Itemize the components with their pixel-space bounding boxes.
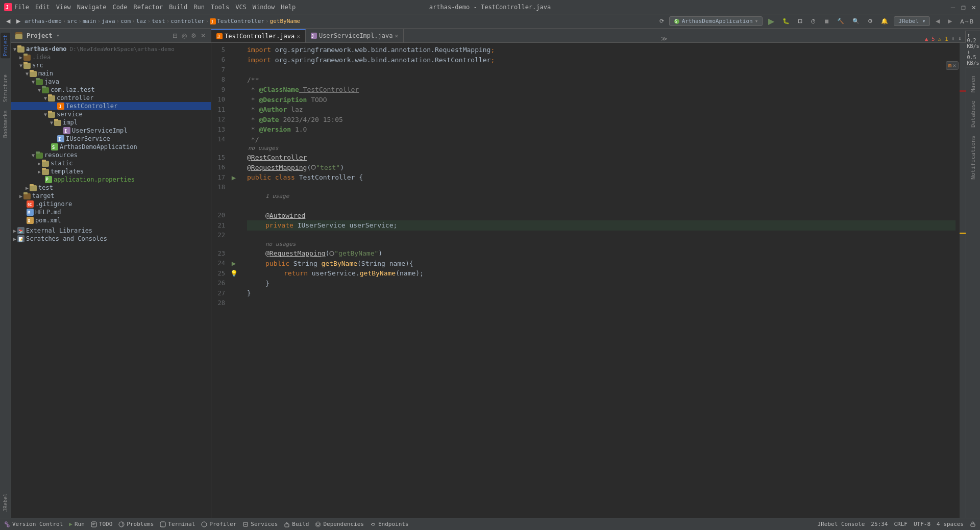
close-button[interactable]: ✕ — [972, 3, 976, 11]
tree-resources[interactable]: ▼ resources — [11, 151, 211, 159]
tree-scratches[interactable]: ▶ 📝 Scratches and Consoles — [11, 235, 211, 243]
problems-status[interactable]: ! Problems — [118, 521, 154, 527]
translate-button[interactable]: A→B — [958, 17, 976, 26]
tree-userserviceimpl[interactable]: I UserServiceImpl — [11, 127, 211, 135]
tree-appproperties[interactable]: P application.properties — [11, 175, 211, 184]
tree-test[interactable]: ▶ test — [11, 184, 211, 192]
tab-close-userserviceimpl[interactable]: ✕ — [395, 33, 398, 39]
jrebel-button[interactable]: JRebel ▾ — [894, 16, 930, 26]
breadcrumb-getbyname[interactable]: getByName — [270, 18, 301, 24]
menu-run[interactable]: Run — [193, 4, 205, 11]
tree-templates[interactable]: ▶ templates — [11, 167, 211, 175]
notifications-button[interactable]: 🔔 — [878, 16, 891, 26]
tree-package[interactable]: ▼ com.laz.test — [11, 86, 211, 94]
breadcrumb-arthas-demo[interactable]: arthas-demo — [24, 18, 62, 24]
warning-count[interactable]: ⚠ 1 — [938, 36, 948, 42]
terminal-status[interactable]: _ Terminal — [160, 521, 195, 527]
tree-root[interactable]: ▼ arthas-demo D:\NewIdeaWorkSpace\arthas… — [11, 45, 211, 53]
breadcrumb-testcontroller[interactable]: TestController — [217, 18, 264, 24]
services-status[interactable]: Services — [242, 521, 278, 527]
settings-button[interactable]: ⚙ — [865, 16, 875, 26]
vcs-status[interactable]: Version Control — [4, 521, 63, 527]
tree-target[interactable]: ▶ target — [11, 192, 211, 200]
menu-file[interactable]: File — [14, 4, 29, 11]
tree-service[interactable]: ▼ service — [11, 110, 211, 118]
tree-java[interactable]: ▼ java — [11, 78, 211, 86]
menu-build[interactable]: Build — [169, 4, 187, 11]
nav-back-button[interactable]: ◀ — [4, 17, 12, 26]
locate-button[interactable]: ◎ — [181, 31, 188, 40]
profile-button[interactable]: ⏱ — [808, 17, 819, 26]
breadcrumb-laz[interactable]: laz — [136, 18, 146, 24]
tree-impl[interactable]: ▼ impl — [11, 118, 211, 127]
tree-static[interactable]: ▶ static — [11, 159, 211, 167]
collapse-all-button[interactable]: ⊟ — [172, 31, 179, 40]
error-count[interactable]: ▲ 5 — [925, 36, 935, 42]
stop-button[interactable]: ◼ — [822, 16, 831, 26]
tree-external-libraries[interactable]: ▶ 📚 External Libraries — [11, 226, 211, 235]
line-ending[interactable]: CRLF — [894, 521, 908, 527]
m-notification[interactable]: m ✕ — [946, 61, 959, 70]
menu-help[interactable]: Help — [281, 4, 296, 11]
jrebel-panel-icon[interactable]: JRebel — [2, 491, 9, 514]
tab-testcontroller[interactable]: J TestController.java ✕ — [211, 29, 306, 42]
tree-gitignore[interactable]: GI .gitignore — [11, 200, 211, 208]
tree-controller[interactable]: ▼ controller — [11, 94, 211, 102]
menu-vcs[interactable]: VCS — [235, 4, 247, 11]
database-panel-label[interactable]: Database — [968, 96, 978, 132]
sidebar-hide-button[interactable]: ✕ — [200, 31, 207, 40]
tree-idea[interactable]: ▶ .idea — [11, 53, 211, 61]
sync-button[interactable]: ⟳ — [657, 17, 666, 26]
bookmarks-panel-icon[interactable]: Bookmarks — [2, 108, 9, 140]
menu-view[interactable]: View — [56, 4, 71, 11]
breadcrumb-main[interactable]: main — [83, 18, 96, 24]
maven-panel-label[interactable]: Maven — [968, 71, 978, 96]
nav-forward-button[interactable]: ▶ — [14, 17, 22, 26]
structure-panel-icon[interactable]: Structure — [2, 72, 9, 104]
tree-helpmd[interactable]: M HELP.md — [11, 208, 211, 216]
indent[interactable]: 4 spaces — [937, 521, 964, 527]
run-gutter-24[interactable]: ▶ — [229, 259, 238, 267]
run-button[interactable]: ▶ — [766, 15, 777, 28]
breadcrumb-test[interactable]: test — [152, 18, 165, 24]
code-area[interactable]: import org.springframework.web.bind.anno… — [243, 43, 960, 518]
build-status[interactable]: Build — [284, 521, 309, 527]
collapse-icon[interactable]: ⬇ — [958, 35, 962, 42]
menu-code[interactable]: Code — [113, 4, 128, 11]
tree-iuserservice[interactable]: I IUserService — [11, 135, 211, 143]
tree-arthasdemoapplication[interactable]: S ArthasDemoApplication — [11, 143, 211, 151]
tab-overflow-button[interactable]: ≫ — [657, 35, 672, 42]
breadcrumb-java[interactable]: java — [102, 18, 115, 24]
menu-edit[interactable]: Edit — [35, 4, 50, 11]
dependencies-status[interactable]: Dependencies — [315, 521, 363, 527]
tree-main[interactable]: ▼ main — [11, 69, 211, 78]
coverage-button[interactable]: ⊡ — [795, 16, 805, 26]
debug-button[interactable]: 🐛 — [780, 16, 792, 26]
menu-window[interactable]: Window — [253, 4, 275, 11]
menu-navigate[interactable]: Navigate — [77, 4, 107, 11]
run-gutter-17[interactable]: ▶ — [229, 173, 238, 182]
breadcrumb-com[interactable]: com — [120, 18, 131, 24]
sidebar-settings-button[interactable]: ⚙ — [190, 31, 198, 40]
run-status[interactable]: ▶ Run — [69, 521, 85, 527]
maximize-button[interactable]: ❐ — [961, 3, 965, 11]
extra-toolbar-btn1[interactable]: ◀ — [933, 16, 942, 26]
run-config-selector[interactable]: S ArthasDemoApplication ▾ — [669, 16, 763, 26]
endpoints-status[interactable]: Endpoints — [370, 521, 409, 527]
editor-scroll-indicator[interactable] — [960, 43, 966, 518]
tree-src[interactable]: ▼ src — [11, 61, 211, 69]
tree-pomxml[interactable]: X pom.xml — [11, 216, 211, 224]
breadcrumb-controller[interactable]: controller — [170, 18, 204, 24]
todo-status[interactable]: TODO — [91, 521, 113, 527]
expand-icon[interactable]: ⬆ — [951, 35, 955, 42]
profiler-status[interactable]: Profiler — [201, 521, 236, 527]
cursor-position[interactable]: 25:34 — [871, 521, 888, 527]
build-button[interactable]: 🔨 — [835, 16, 847, 26]
jrebel-console-status[interactable]: JRebel Console — [818, 521, 865, 527]
menu-refactor[interactable]: Refactor — [133, 4, 163, 11]
minimize-button[interactable]: — — [951, 3, 955, 11]
tree-testcontroller[interactable]: J TestController — [11, 102, 211, 110]
search-everywhere[interactable]: 🔍 — [850, 16, 862, 26]
notifications-panel-label[interactable]: Notifications — [968, 132, 978, 184]
project-panel-icon[interactable]: Project — [1, 33, 10, 58]
